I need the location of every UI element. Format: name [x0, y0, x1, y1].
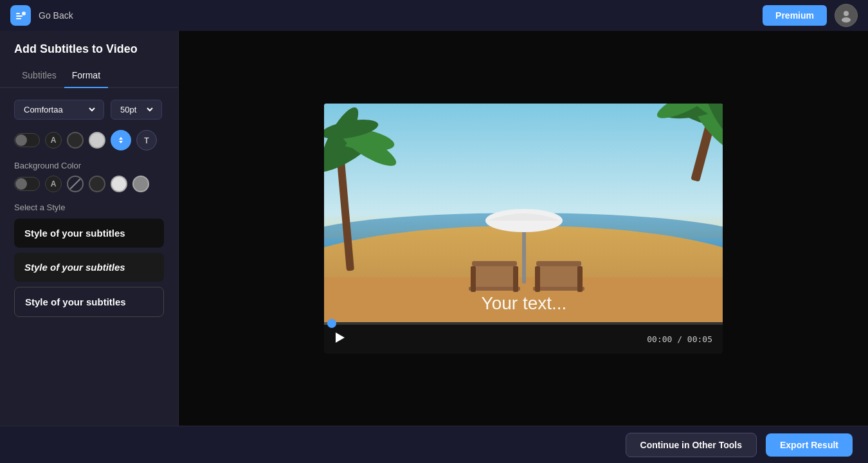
- bg-color-toggle[interactable]: [14, 177, 40, 191]
- font-selector[interactable]: Comfortaa Arial Roboto: [14, 100, 104, 120]
- svg-rect-3: [16, 18, 21, 19]
- header: Go Back Premium: [0, 0, 868, 31]
- svg-rect-26: [472, 266, 517, 289]
- tab-subtitles[interactable]: Subtitles: [14, 64, 64, 88]
- text-color-toggle[interactable]: [14, 133, 40, 147]
- svg-point-5: [844, 11, 849, 16]
- text-style-row: A T: [14, 130, 164, 150]
- current-time: 00:00: [647, 334, 672, 344]
- time-separator: /: [677, 334, 687, 344]
- beach-scene-svg: Your text...: [324, 104, 723, 322]
- sidebar: Add Subtitles to Video Subtitles Format …: [0, 31, 179, 426]
- size-dropdown[interactable]: 50pt 40pt 60pt: [118, 104, 155, 115]
- total-time: 00:05: [687, 334, 712, 344]
- svg-rect-32: [533, 287, 584, 291]
- time-display: 00:00 / 00:05: [647, 334, 712, 344]
- style-option-2[interactable]: Style of your subtitles: [14, 253, 164, 282]
- color-dark-circle[interactable]: [67, 132, 84, 149]
- style-option-3[interactable]: Style of your subtitles: [14, 287, 164, 317]
- svg-rect-31: [536, 266, 581, 289]
- svg-rect-27: [469, 287, 520, 291]
- progress-dot: [327, 319, 336, 328]
- continue-button[interactable]: Continue in Other Tools: [626, 433, 757, 457]
- size-selector[interactable]: 50pt 40pt 60pt: [111, 100, 162, 120]
- svg-rect-33: [535, 266, 540, 292]
- font-size-row: Comfortaa Arial Roboto 50pt 40pt 60pt: [14, 100, 164, 120]
- background-color-section: Background Color A: [14, 161, 164, 192]
- main-content: Add Subtitles to Video Subtitles Format …: [0, 31, 868, 426]
- sidebar-controls: Comfortaa Arial Roboto 50pt 40pt 60pt: [0, 88, 178, 329]
- font-dropdown[interactable]: Comfortaa Arial Roboto: [21, 104, 97, 115]
- premium-button[interactable]: Premium: [763, 5, 827, 26]
- svg-rect-34: [577, 266, 583, 292]
- tabs-container: Subtitles Format: [0, 64, 178, 88]
- svg-rect-28: [471, 266, 476, 292]
- bg-white-circle[interactable]: [111, 176, 127, 192]
- background-color-label: Background Color: [14, 161, 164, 170]
- svg-point-6: [842, 17, 851, 23]
- app-logo: [10, 5, 31, 26]
- svg-rect-2: [16, 15, 23, 17]
- svg-rect-1: [16, 13, 20, 14]
- video-controls: 00:00 / 00:05: [324, 325, 723, 354]
- text-format-button[interactable]: T: [136, 130, 157, 150]
- bg-gray-circle[interactable]: [132, 176, 149, 192]
- avatar[interactable]: [835, 4, 858, 27]
- svg-rect-29: [513, 266, 518, 292]
- footer: Continue in Other Tools Export Result: [0, 426, 868, 463]
- bg-toggle-knob: [15, 178, 27, 190]
- tab-format[interactable]: Format: [64, 64, 108, 88]
- export-button[interactable]: Export Result: [766, 433, 853, 457]
- svg-rect-25: [472, 261, 517, 266]
- video-frame: Your text...: [324, 104, 723, 322]
- svg-text:Your text...: Your text...: [482, 293, 567, 313]
- background-color-row: A: [14, 176, 164, 192]
- style-section: Select a Style Style of your subtitles S…: [14, 203, 164, 317]
- progress-bar[interactable]: [324, 322, 723, 325]
- color-light-circle[interactable]: [89, 132, 105, 149]
- style-options-list: Style of your subtitles Style of your su…: [14, 219, 164, 317]
- text-letter-badge[interactable]: A: [45, 132, 62, 149]
- align-button[interactable]: [111, 130, 131, 150]
- style-option-1[interactable]: Style of your subtitles: [14, 219, 164, 248]
- bg-letter-badge[interactable]: A: [45, 176, 62, 192]
- video-area: Your text... 00:00 / 00:05: [179, 31, 868, 426]
- svg-point-4: [22, 12, 26, 15]
- bg-dark-circle[interactable]: [89, 176, 105, 192]
- play-button[interactable]: [334, 331, 346, 347]
- toggle-knob: [15, 134, 27, 146]
- no-color-circle[interactable]: [67, 176, 84, 192]
- video-container: Your text... 00:00 / 00:05: [324, 104, 723, 354]
- style-section-label: Select a Style: [14, 203, 164, 212]
- svg-rect-30: [536, 261, 581, 266]
- go-back-button[interactable]: Go Back: [39, 10, 73, 21]
- page-title: Add Subtitles to Video: [0, 31, 178, 64]
- header-left: Go Back: [10, 5, 73, 26]
